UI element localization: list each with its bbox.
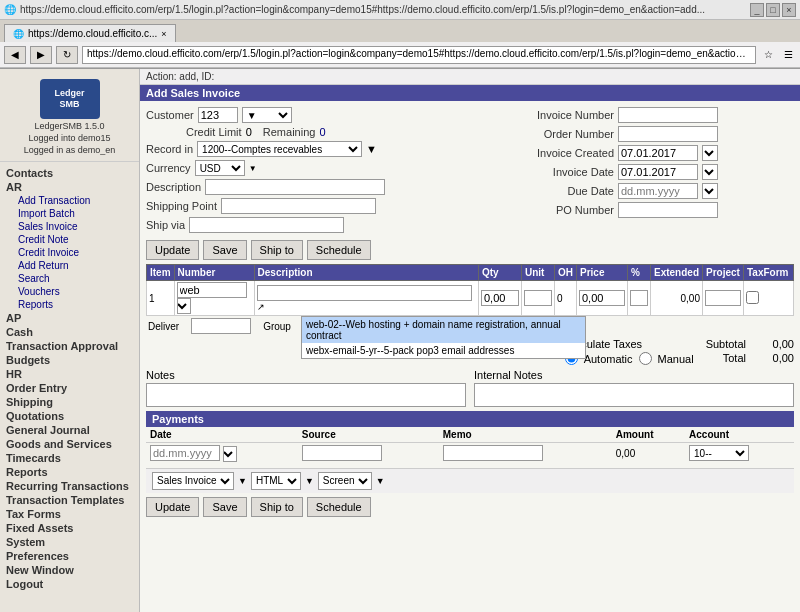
update-button-2[interactable]: Update	[146, 497, 199, 517]
sidebar-item-recurring[interactable]: Recurring Transactions	[0, 479, 139, 493]
save-button[interactable]: Save	[203, 240, 246, 260]
internal-notes-input[interactable]	[474, 383, 794, 407]
order-number-input[interactable]	[618, 126, 718, 142]
schedule-button[interactable]: Schedule	[307, 240, 371, 260]
tab-close-button[interactable]: ×	[161, 29, 166, 39]
sidebar-item-reports-ar[interactable]: Reports	[0, 298, 139, 311]
sidebar-item-cash[interactable]: Cash	[0, 325, 139, 339]
payment-memo-input[interactable]	[443, 445, 543, 461]
currency-select[interactable]: USD	[195, 160, 245, 176]
sidebar-item-order-entry[interactable]: Order Entry	[0, 381, 139, 395]
due-date-input[interactable]	[618, 183, 698, 199]
invoice-number-input[interactable]	[618, 107, 718, 123]
invoice-date-input[interactable]	[618, 164, 698, 180]
sidebar-item-import-batch[interactable]: Import Batch	[0, 207, 139, 220]
autocomplete-item-2[interactable]: webx-email-5-yr--5-pack pop3 email addre…	[302, 343, 585, 358]
row-desc-expand[interactable]: ↗	[257, 302, 265, 312]
sidebar-item-ar[interactable]: AR	[0, 180, 139, 194]
ship-to-button[interactable]: Ship to	[251, 240, 303, 260]
payment-account-select[interactable]: 10--	[689, 445, 749, 461]
sidebar-item-hr[interactable]: HR	[0, 367, 139, 381]
notes-section: Notes Internal Notes	[146, 369, 794, 407]
sidebar-item-credit-invoice[interactable]: Credit Invoice	[0, 246, 139, 259]
minimize-button[interactable]: _	[750, 3, 764, 17]
sidebar-item-ap[interactable]: AP	[0, 311, 139, 325]
update-button[interactable]: Update	[146, 240, 199, 260]
save-button-2[interactable]: Save	[203, 497, 246, 517]
sidebar-item-tax-forms[interactable]: Tax Forms	[0, 507, 139, 521]
col-pct: %	[627, 265, 650, 281]
bookmark-icon[interactable]: ☆	[760, 47, 776, 63]
due-date-label: Due Date	[514, 185, 614, 197]
credit-limit-value: 0	[246, 126, 252, 138]
sidebar-item-fixed-assets[interactable]: Fixed Assets	[0, 521, 139, 535]
sidebar-item-shipping[interactable]: Shipping	[0, 395, 139, 409]
back-button[interactable]: ◀	[4, 46, 26, 64]
close-button[interactable]: ×	[782, 3, 796, 17]
payment-date-cal[interactable]: ▼	[223, 446, 237, 462]
sidebar-item-add-return[interactable]: Add Return	[0, 259, 139, 272]
sidebar-item-search[interactable]: Search	[0, 272, 139, 285]
print-type-select[interactable]: Sales Invoice	[152, 472, 234, 490]
ship-via-input[interactable]	[189, 217, 344, 233]
sidebar-item-timecards[interactable]: Timecards	[0, 451, 139, 465]
payment-date-input[interactable]	[150, 445, 220, 461]
invoice-created-cal[interactable]: ▼	[702, 145, 718, 161]
sidebar-item-credit-note[interactable]: Credit Note	[0, 233, 139, 246]
sidebar-item-vouchers[interactable]: Vouchers	[0, 285, 139, 298]
sidebar-item-contacts[interactable]: Contacts	[0, 166, 139, 180]
row-pct-input[interactable]	[630, 290, 648, 306]
tab-icon: 🌐	[13, 29, 24, 39]
menu-icon[interactable]: ☰	[780, 47, 796, 63]
row-unit-input[interactable]	[524, 290, 552, 306]
description-input[interactable]	[205, 179, 385, 195]
sidebar-item-templates[interactable]: Transaction Templates	[0, 493, 139, 507]
row-taxform-checkbox[interactable]	[746, 291, 759, 304]
sidebar-item-reports[interactable]: Reports	[0, 465, 139, 479]
po-number-input[interactable]	[618, 202, 718, 218]
customer-input[interactable]	[198, 107, 238, 123]
invoice-date-cal[interactable]: ▼	[702, 164, 718, 180]
row-desc-input[interactable]	[257, 285, 472, 301]
row-proj-input[interactable]	[705, 290, 741, 306]
sidebar-item-general-journal[interactable]: General Journal	[0, 423, 139, 437]
row-number-select[interactable]: ▼	[177, 298, 191, 314]
print-format-select[interactable]: HTML	[251, 472, 301, 490]
forward-button[interactable]: ▶	[30, 46, 52, 64]
top-button-row: Update Save Ship to Schedule	[146, 240, 794, 260]
schedule-button-2[interactable]: Schedule	[307, 497, 371, 517]
row-item-num: 1	[147, 281, 175, 316]
invoice-created-input[interactable]	[618, 145, 698, 161]
row-number-input[interactable]	[177, 282, 247, 298]
record-in-select[interactable]: 1200--Comptes recevables	[197, 141, 362, 157]
sidebar-item-system[interactable]: System	[0, 535, 139, 549]
content-area: Action: add, ID: Add Sales Invoice Custo…	[140, 69, 800, 612]
payment-row: ▼ 0,00 10--	[146, 443, 794, 464]
bottom-button-row: Update Save Ship to Schedule	[146, 497, 794, 517]
row-qty-input[interactable]	[481, 290, 519, 306]
deliver-input[interactable]	[191, 318, 251, 334]
sidebar-item-quotations[interactable]: Quotations	[0, 409, 139, 423]
maximize-button[interactable]: □	[766, 3, 780, 17]
print-dest-select[interactable]: Screen	[318, 472, 372, 490]
browser-tab[interactable]: 🌐 https://demo.cloud.efficito.c... ×	[4, 24, 176, 42]
manual-radio[interactable]	[639, 352, 652, 365]
autocomplete-item-1[interactable]: web-02--Web hosting + domain name regist…	[302, 317, 585, 343]
shipping-point-input[interactable]	[221, 198, 376, 214]
sidebar-item-add-transaction[interactable]: Add Transaction	[0, 194, 139, 207]
sidebar-item-logout[interactable]: Logout	[0, 577, 139, 591]
address-bar[interactable]: https://demo.cloud.efficito.com/erp/1.5/…	[82, 46, 756, 64]
refresh-button[interactable]: ↻	[56, 46, 78, 64]
due-date-cal[interactable]: ▼	[702, 183, 718, 199]
ship-to-button-2[interactable]: Ship to	[251, 497, 303, 517]
sidebar-item-budgets[interactable]: Budgets	[0, 353, 139, 367]
sidebar-item-new-window[interactable]: New Window	[0, 563, 139, 577]
row-price-input[interactable]	[579, 290, 625, 306]
notes-input[interactable]	[146, 383, 466, 407]
sidebar-item-sales-invoice[interactable]: Sales Invoice	[0, 220, 139, 233]
sidebar-item-goods-and-services[interactable]: Goods and Services	[0, 437, 139, 451]
sidebar-item-transaction-approval[interactable]: Transaction Approval	[0, 339, 139, 353]
customer-select[interactable]: ▼	[242, 107, 292, 123]
payment-source-input[interactable]	[302, 445, 382, 461]
sidebar-item-preferences[interactable]: Preferences	[0, 549, 139, 563]
